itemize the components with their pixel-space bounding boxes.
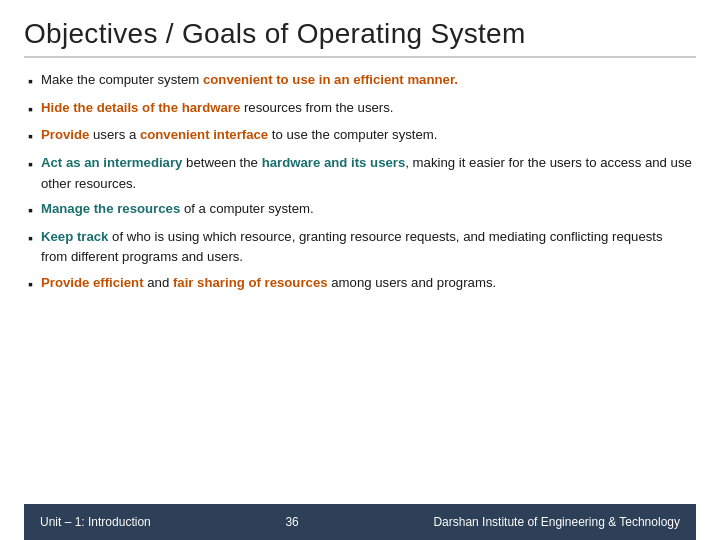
bullet-item-5: Manage the resources of a computer syste… bbox=[28, 199, 692, 222]
footer: Unit – 1: Introduction 36 Darshan Instit… bbox=[24, 504, 696, 540]
content-area: Make the computer system convenient to u… bbox=[24, 70, 696, 504]
bullet-text-6: Keep track of who is using which resourc… bbox=[41, 227, 692, 268]
slide-title: Objectives / Goals of Operating System bbox=[24, 18, 696, 50]
bullet-item-7: Provide efficient and fair sharing of re… bbox=[28, 273, 692, 296]
highlight-3b: convenient interface bbox=[140, 127, 268, 142]
bullet-item-1: Make the computer system convenient to u… bbox=[28, 70, 692, 93]
title-area: Objectives / Goals of Operating System bbox=[24, 18, 696, 58]
bullet-item-2: Hide the details of the hardware resourc… bbox=[28, 98, 692, 121]
highlight-3a: Provide bbox=[41, 127, 89, 142]
bullet-text-2: Hide the details of the hardware resourc… bbox=[41, 98, 692, 118]
highlight-5: Manage the resources bbox=[41, 201, 180, 216]
footer-right: Darshan Institute of Engineering & Techn… bbox=[433, 515, 680, 529]
highlight-2: Hide the details of the hardware bbox=[41, 100, 240, 115]
highlight-4a: Act as an intermediary bbox=[41, 155, 182, 170]
footer-left: Unit – 1: Introduction bbox=[40, 515, 151, 529]
bullet-list: Make the computer system convenient to u… bbox=[28, 70, 692, 295]
highlight-7a: Provide efficient bbox=[41, 275, 144, 290]
highlight-4b: hardware and its users bbox=[262, 155, 406, 170]
highlight-1: convenient to use in an efficient manner… bbox=[203, 72, 458, 87]
bullet-text-5: Manage the resources of a computer syste… bbox=[41, 199, 692, 219]
highlight-7b: fair sharing of resources bbox=[173, 275, 328, 290]
bullet-item-4: Act as an intermediary between the hardw… bbox=[28, 153, 692, 194]
bullet-text-7: Provide efficient and fair sharing of re… bbox=[41, 273, 692, 293]
bullet-text-4: Act as an intermediary between the hardw… bbox=[41, 153, 692, 194]
bullet-text-3: Provide users a convenient interface to … bbox=[41, 125, 692, 145]
bullet-item-3: Provide users a convenient interface to … bbox=[28, 125, 692, 148]
footer-page-number: 36 bbox=[285, 515, 298, 529]
highlight-6: Keep track bbox=[41, 229, 108, 244]
slide-container: Objectives / Goals of Operating System M… bbox=[0, 0, 720, 540]
bullet-text-1: Make the computer system convenient to u… bbox=[41, 70, 692, 90]
bullet-item-6: Keep track of who is using which resourc… bbox=[28, 227, 692, 268]
